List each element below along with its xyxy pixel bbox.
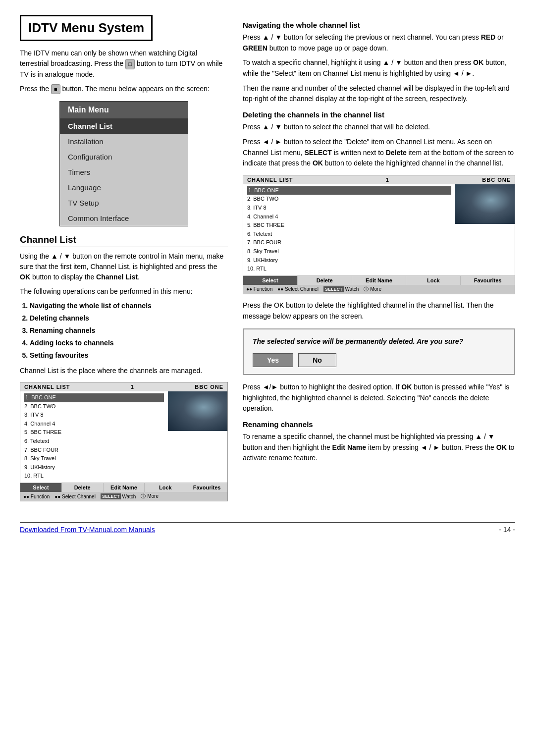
channel-box-1-body: 1. BBC ONE 2. BBC TWO 3. ITV 8 4. Channe… — [20, 391, 227, 483]
favourites-button-2[interactable]: Favourites — [461, 276, 515, 285]
nav-body2: To watch a specific channel, highlight i… — [243, 57, 515, 79]
channel-buttons-2: Select Delete Edit Name Lock Favourites — [243, 275, 515, 285]
rename-body: To rename a specific channel, the channe… — [243, 432, 515, 464]
channel-box-1-header-right: BBC ONE — [195, 384, 223, 390]
delete-button-2[interactable]: Delete — [298, 276, 352, 285]
channel-item-8: 8. Sky Travel — [24, 454, 164, 463]
channel-list-items-1: 1. BBC ONE 2. BBC TWO 3. ITV 8 4. Channe… — [20, 391, 168, 483]
right-column: Navigating the whole channel list Press … — [243, 15, 515, 507]
footer-watch-1: SELECT Watch — [101, 493, 136, 499]
menu-item-language[interactable]: Language — [60, 180, 188, 195]
delete-body3: Press the OK button to delete the highli… — [243, 300, 515, 322]
edit-name-button-1[interactable]: Edit Name — [104, 483, 145, 492]
no-button[interactable]: No — [298, 353, 336, 367]
main-content: IDTV Menu System The IDTV menu can only … — [20, 15, 515, 507]
nav-body1: Press ▲ / ▼ button for selecting the pre… — [243, 32, 515, 54]
channel-item-2-7: 7. BBC FOUR — [247, 238, 451, 247]
footer-select-channel-1: ●● Select Channel — [54, 494, 96, 499]
page-number: - 14 - — [499, 526, 515, 534]
channel-item-2-4: 4. Channel 4 — [247, 213, 451, 221]
nav-body3: Then the name and number of the selected… — [243, 83, 515, 105]
edit-name-button-2[interactable]: Edit Name — [352, 276, 407, 285]
channel-item-3: 3. ITV 8 — [24, 411, 164, 420]
channel-item-2-2: 2. BBC TWO — [247, 195, 451, 204]
channel-box-2-header-center: 1 — [386, 177, 389, 183]
channel-item-5: 5. BBC THREE — [24, 428, 164, 437]
channel-buttons-1: Select Delete Edit Name Lock Favourites — [20, 483, 227, 492]
page-wrapper: IDTV Menu System The IDTV menu can only … — [20, 15, 515, 534]
channel-preview-image-1 — [168, 391, 227, 431]
channel-list-body1: Using the ▲ / ▼ button on the remote con… — [20, 251, 228, 282]
intro-p1: The IDTV menu can only be shown when wat… — [20, 48, 228, 80]
channel-box-1-header-left: CHANNEL LIST — [24, 384, 70, 390]
delete-body1: Press ▲ / ▼ button to select the channel… — [243, 122, 515, 133]
channel-box-1: CHANNEL LIST 1 BBC ONE 1. BBC ONE 2. BBC… — [20, 382, 228, 501]
channel-preview-2 — [455, 184, 515, 224]
op-3: Renaming channels — [30, 325, 228, 336]
channel-box-1-header: CHANNEL LIST 1 BBC ONE — [20, 382, 227, 391]
delete-button-1[interactable]: Delete — [62, 483, 104, 492]
lock-button-2[interactable]: Lock — [406, 276, 461, 285]
channel-item-9: 9. UKHistory — [24, 463, 164, 472]
page-footer: Downloaded From TV-Manual.com Manuals - … — [20, 522, 515, 534]
channel-list-body2: The following operations can be performe… — [20, 286, 228, 297]
delete-title: Deleting the channels in the channel lis… — [243, 110, 515, 119]
menu-item-tvsetup[interactable]: TV Setup — [60, 195, 188, 211]
page-title: IDTV Menu System — [20, 15, 153, 41]
yes-button[interactable]: Yes — [253, 353, 293, 367]
channel-box-2-header: CHANNEL LIST 1 BBC ONE — [243, 175, 515, 184]
channel-list-items-2: 1. BBC ONE 2. BBC TWO 3. ITV 8 4. Channe… — [243, 184, 455, 275]
channel-list-title: Channel List — [20, 234, 228, 247]
main-menu-box: Main Menu Channel List Installation Conf… — [59, 101, 188, 226]
footer-select-channel-2: ●● Select Channel — [277, 286, 319, 292]
menu-title: Main Menu — [60, 102, 188, 118]
channel-preview-1 — [168, 391, 227, 431]
channel-item-2-6: 6. Teletext — [247, 230, 451, 239]
channel-item-4: 4. Channel 4 — [24, 420, 164, 429]
op-4: Adding locks to channels — [30, 338, 228, 348]
select-button-1[interactable]: Select — [20, 483, 62, 492]
channel-box-2: CHANNEL LIST 1 BBC ONE 1. BBC ONE 2. BBC… — [243, 175, 515, 294]
channel-item-10: 10. RTL — [24, 472, 164, 481]
op-2: Deleting channels — [30, 313, 228, 324]
footer-more-2: ⓘ More — [364, 286, 381, 293]
channel-item-1: 1. BBC ONE — [24, 393, 164, 402]
channel-item-2-5: 5. BBC THREE — [247, 221, 451, 230]
channel-item-6: 6. Teletext — [24, 437, 164, 446]
rename-title: Renaming channels — [243, 420, 515, 429]
channel-item-2-3: 3. ITV 8 — [247, 204, 451, 213]
channel-item-2-9: 9. UKHistory — [247, 256, 451, 265]
menu-item-channel-list[interactable]: Channel List — [60, 118, 188, 134]
channel-box-2-body: 1. BBC ONE 2. BBC TWO 3. ITV 8 4. Channe… — [243, 184, 515, 275]
select-badge-2: SELECT — [323, 286, 344, 292]
channel-item-2: 2. BBC TWO — [24, 402, 164, 411]
confirm-buttons: Yes No — [253, 353, 505, 367]
channel-item-2-10: 10. RTL — [247, 265, 451, 273]
menu-item-configuration[interactable]: Configuration — [60, 149, 188, 164]
select-badge-1: SELECT — [101, 493, 121, 499]
delete-body2: Press ◄ / ► button to select the "Delete… — [243, 137, 515, 169]
confirm-text: The selected service will be permanently… — [253, 336, 505, 347]
lock-button-1[interactable]: Lock — [145, 483, 186, 492]
operations-list: Navigating the whole list of channels De… — [30, 301, 228, 361]
idtv-button-icon: □ — [125, 59, 135, 69]
footer-link[interactable]: Downloaded From TV-Manual.com Manuals — [20, 526, 155, 534]
left-column: IDTV Menu System The IDTV menu can only … — [20, 15, 228, 507]
menu-item-installation[interactable]: Installation — [60, 134, 188, 149]
footer-more-1: ⓘ More — [141, 493, 159, 500]
menu-item-common-interface[interactable]: Common Interface — [60, 211, 188, 226]
channel-list-body3: Channel List is the place where the chan… — [20, 366, 228, 376]
menu-item-timers[interactable]: Timers — [60, 164, 188, 180]
op-5: Setting favourites — [30, 350, 228, 361]
select-button-2[interactable]: Select — [243, 276, 298, 285]
intro-p2: Press the ■ button. The menu below appea… — [20, 84, 228, 95]
footer-function-2: ●● Function — [246, 286, 272, 292]
channel-item-2-8: 8. Sky Travel — [247, 247, 451, 256]
channel-box-1-header-center: 1 — [131, 384, 134, 390]
footer-watch-2: SELECT Watch — [323, 286, 359, 292]
delete-body4: Press ◄/► button to highlight the desire… — [243, 382, 515, 414]
channel-footer-2: ●● Function ●● Select Channel SELECT Wat… — [243, 285, 515, 294]
channel-item-7: 7. BBC FOUR — [24, 446, 164, 455]
favourites-button-1[interactable]: Favourites — [186, 483, 227, 492]
nav-title: Navigating the whole channel list — [243, 21, 515, 29]
